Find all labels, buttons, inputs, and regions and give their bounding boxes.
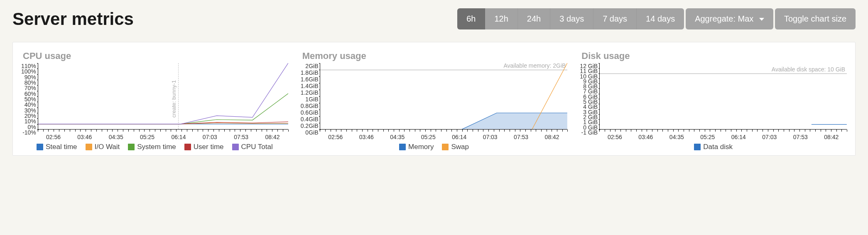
charts-row: CPU usage-10%0%10%20%30%40%50%60%70%80%9…: [21, 51, 847, 151]
toggle-chart-size-button[interactable]: Toggle chart size: [775, 8, 856, 29]
legend-item[interactable]: System time: [128, 143, 176, 151]
x-tick: 04:35: [101, 134, 132, 140]
chart-legend: Data disk: [580, 143, 847, 151]
x-tick: 05:25: [132, 134, 163, 140]
chart-legend: MemorySwap: [301, 143, 568, 151]
x-tick: 05:25: [413, 134, 444, 140]
legend-swatch: [37, 144, 43, 150]
x-tick: 02:56: [599, 134, 630, 140]
time-range-button-12h[interactable]: 12h: [485, 8, 517, 29]
x-tick: 08:42: [257, 134, 288, 140]
legend-label: Memory: [408, 143, 434, 151]
legend-item[interactable]: Memory: [399, 143, 434, 151]
legend-swatch: [694, 144, 701, 150]
legend-item[interactable]: Steal time: [37, 143, 77, 151]
chart-plot[interactable]: Available disk space: 10 GiB: [599, 63, 847, 130]
aggregate-label: Aggregate: Max: [695, 14, 753, 23]
x-tick: 04:35: [382, 134, 412, 140]
legend-label: Swap: [451, 143, 469, 151]
legend-item[interactable]: User time: [184, 143, 224, 151]
legend-item[interactable]: CPU Total: [232, 143, 273, 151]
x-tick: 02:56: [320, 134, 351, 140]
legend-label: User time: [194, 143, 224, 151]
svg-marker-0: [320, 113, 567, 130]
time-range-button-7-days[interactable]: 7 days: [593, 8, 637, 29]
legend-swatch: [442, 144, 449, 150]
time-range-button-3-days[interactable]: 3 days: [550, 8, 593, 29]
aggregate-group: Aggregate: Max: [686, 8, 773, 29]
time-range-button-6h[interactable]: 6h: [457, 8, 485, 29]
x-tick: 05:25: [692, 134, 723, 140]
chart-mem: Memory usage0GiB0.2GiB0.4GiB0.6GiB0.8GiB…: [301, 51, 568, 151]
legend-label: I/O Wait: [95, 143, 120, 151]
metrics-panel: CPU usage-10%0%10%20%30%40%50%60%70%80%9…: [12, 42, 856, 156]
chart-title: Memory usage: [302, 51, 568, 61]
legend-label: Data disk: [703, 143, 733, 151]
legend-label: System time: [137, 143, 176, 151]
x-tick: 04:35: [661, 134, 692, 140]
x-tick: 07:03: [194, 134, 226, 140]
x-tick: 07:53: [226, 134, 257, 140]
legend-swatch: [86, 144, 92, 150]
aggregate-button[interactable]: Aggregate: Max: [686, 8, 773, 29]
x-tick: 07:53: [505, 134, 536, 140]
time-range-button-24h[interactable]: 24h: [518, 8, 550, 29]
legend-label: CPU Total: [241, 143, 273, 151]
x-tick: 08:42: [537, 134, 567, 140]
x-tick: 02:56: [38, 134, 69, 140]
time-range-button-14-days[interactable]: 14 days: [637, 8, 684, 29]
chart-title: Disk usage: [581, 51, 847, 61]
chart-cpu: CPU usage-10%0%10%20%30%40%50%60%70%80%9…: [21, 51, 288, 151]
chevron-down-icon: [759, 18, 764, 21]
legend-swatch: [184, 144, 191, 150]
x-tick: 06:14: [723, 134, 754, 140]
legend-item[interactable]: Swap: [442, 143, 469, 151]
page-title: Server metrics: [12, 9, 134, 29]
x-tick: 03:46: [69, 134, 100, 140]
x-tick: 07:03: [754, 134, 785, 140]
toggle-group: Toggle chart size: [775, 8, 856, 29]
chart-title: CPU usage: [23, 51, 288, 61]
legend-label: Steal time: [46, 143, 77, 151]
x-tick: 06:14: [163, 134, 194, 140]
x-tick: 07:03: [475, 134, 505, 140]
time-range-group: 6h12h24h3 days7 days14 days: [457, 8, 684, 29]
legend-item[interactable]: I/O Wait: [86, 143, 120, 151]
legend-swatch: [232, 144, 239, 150]
chart-plot[interactable]: Available memory: 2GiB: [320, 63, 567, 130]
chart-plot[interactable]: create: bunny-1: [38, 63, 288, 130]
x-tick: 07:53: [785, 134, 816, 140]
legend-swatch: [128, 144, 135, 150]
chart-legend: Steal timeI/O WaitSystem timeUser timeCP…: [21, 143, 288, 151]
x-tick: 06:14: [444, 134, 474, 140]
legend-item[interactable]: Data disk: [694, 143, 733, 151]
x-tick: 03:46: [351, 134, 382, 140]
x-tick: 08:42: [816, 134, 847, 140]
x-tick: 03:46: [630, 134, 661, 140]
toolbar: 6h12h24h3 days7 days14 days Aggregate: M…: [457, 8, 856, 29]
chart-disk: Disk usage-1 GiB0 GiB1 GiB2 GiB3 GiB4 Gi…: [580, 51, 847, 151]
legend-swatch: [399, 144, 406, 150]
